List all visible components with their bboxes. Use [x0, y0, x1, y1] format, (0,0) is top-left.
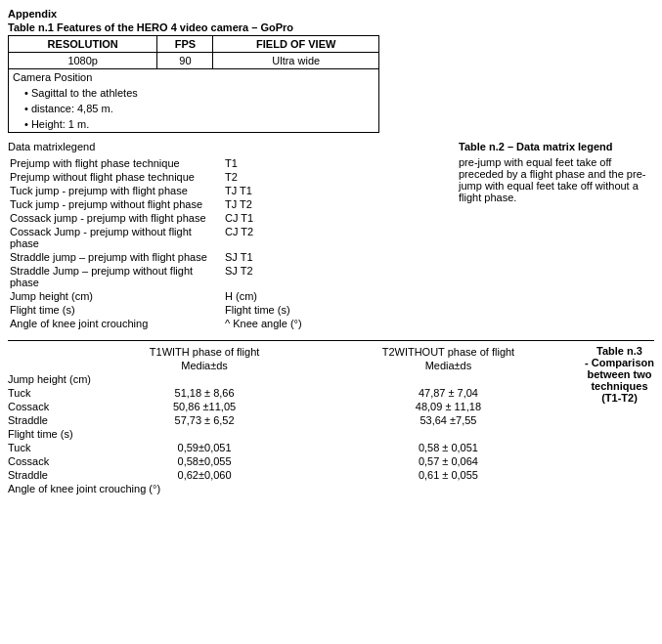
data-matrix-row: Tuck jump - prejump with flight phaseTJ …: [8, 184, 449, 197]
row-t1: 0,59±0,051: [93, 441, 316, 454]
flight-row: Cossack0,58±0,0550,57 ± 0,064: [8, 454, 581, 468]
jump-height-label: Jump height (cm): [8, 372, 581, 386]
table-n3-subtitle: - Comparison between two techniques (T1-…: [585, 357, 654, 404]
dm-code: SJ T1: [223, 250, 449, 264]
jump-row: Tuck51,18 ± 8,6647,87 ± 7,04: [8, 386, 581, 400]
table-n1-caption: Table n.1 Features of the HERO 4 video c…: [8, 21, 379, 35]
data-matrix-row: Straddle jump – prejump with flight phas…: [8, 250, 449, 264]
dm-code: TJ T2: [223, 197, 449, 211]
row-label: Cossack: [8, 400, 93, 413]
row-t1: 0,58±0,055: [93, 454, 316, 468]
row-t2: 0,57 ± 0,064: [316, 454, 581, 468]
row-t1: 57,73 ± 6,52: [93, 413, 316, 427]
fps-value: 90: [157, 53, 213, 69]
table-n2-text: pre-jump with equal feet take off preced…: [459, 156, 654, 203]
dm-label: Prejump without flight phase technique: [8, 170, 223, 184]
dm-label: Straddle Jump – prejump without flight p…: [8, 264, 223, 289]
row-t1: 51,18 ± 8,66: [93, 386, 316, 400]
comparison-data-table: T1WITH phase of flight T2WITHOUT phase o…: [8, 345, 581, 495]
dm-code: CJ T2: [223, 225, 449, 250]
data-matrix-row: Tuck jump - prejump without flight phase…: [8, 197, 449, 211]
row-t1: 0,62±0,060: [93, 468, 316, 482]
row-t1: 50,86 ±11,05: [93, 400, 316, 413]
data-matrix-table: Prejump with flight phase techniqueT1Pre…: [8, 156, 449, 330]
data-matrix-row: Prejump with flight phase techniqueT1: [8, 156, 449, 170]
row-t2: 0,58 ± 0,051: [316, 441, 581, 454]
appendix-title: Appendix: [8, 8, 654, 20]
comparison-table: T1WITH phase of flight T2WITHOUT phase o…: [8, 345, 581, 495]
dm-label: Straddle jump – prejump with flight phas…: [8, 250, 223, 264]
col-fps: FPS: [157, 36, 213, 53]
data-matrix-row: Cossack jump - prejump with flight phase…: [8, 211, 449, 225]
col-resolution: RESOLUTION: [9, 36, 157, 53]
data-matrix-row: Jump height (cm)H (cm): [8, 289, 449, 303]
flight-row: Straddle0,62±0,0600,61 ± 0,055: [8, 468, 581, 482]
dm-label: Prejump with flight phase technique: [8, 156, 223, 170]
dm-label: Cossack Jump - prejump without flight ph…: [8, 225, 223, 250]
data-matrix-title: Data matrixlegend: [8, 141, 449, 152]
empty-media: [8, 359, 93, 372]
dm-code: TJ T1: [223, 184, 449, 197]
data-matrix-row: Straddle Jump – prejump without flight p…: [8, 264, 449, 289]
dm-code: T1: [223, 156, 449, 170]
data-matrix-legend: Data matrixlegend Prejump with flight ph…: [8, 141, 449, 330]
dm-code: Flight time (s): [223, 303, 449, 317]
media-t2: Media±ds: [316, 359, 581, 372]
row-label: Cossack: [8, 454, 93, 468]
dm-label: Tuck jump - prejump without flight phase: [8, 197, 223, 211]
data-matrix-row: Prejump without flight phase techniqueT2: [8, 170, 449, 184]
row-label: Tuck: [8, 441, 93, 454]
row-t2: 0,61 ± 0,055: [316, 468, 581, 482]
table-n2-title: Table n.2 – Data matrix legend: [459, 141, 654, 152]
table-n3-title: Table n.3: [585, 345, 654, 357]
empty-header: [8, 345, 93, 359]
data-matrix-row: Angle of knee joint crouching^ Knee angl…: [8, 317, 449, 330]
bullet-3: • Height: 1 m.: [9, 116, 379, 133]
angle-label: Angle of knee joint crouching (°): [8, 482, 581, 495]
col-fov: FIELD OF VIEW: [213, 36, 379, 53]
section-divider: [8, 340, 654, 341]
t2-header: T2WITHOUT phase of flight: [316, 345, 581, 359]
table-n2: Table n.2 – Data matrix legend pre-jump …: [459, 141, 654, 330]
data-matrix-row: Flight time (s)Flight time (s): [8, 303, 449, 317]
table-n1: Table n.1 Features of the HERO 4 video c…: [8, 21, 379, 133]
flight-row: Tuck0,59±0,0510,58 ± 0,051: [8, 441, 581, 454]
jump-row: Straddle57,73 ± 6,5253,64 ±7,55: [8, 413, 581, 427]
dm-code: H (cm): [223, 289, 449, 303]
row-t2: 53,64 ±7,55: [316, 413, 581, 427]
table-n3-section: T1WITH phase of flight T2WITHOUT phase o…: [8, 345, 654, 495]
jump-row: Cossack50,86 ±11,0548,09 ± 11,18: [8, 400, 581, 413]
dm-label: Flight time (s): [8, 303, 223, 317]
table-n3-box: Table n.3 - Comparison between two techn…: [581, 345, 654, 495]
media-t1: Media±ds: [93, 359, 316, 372]
camera-position: Camera Position: [9, 69, 379, 86]
dm-label: Cossack jump - prejump with flight phase: [8, 211, 223, 225]
fov-value: Ultra wide: [213, 53, 379, 69]
row-label: Straddle: [8, 413, 93, 427]
dm-code: T2: [223, 170, 449, 184]
bullet-1: • Sagittal to the athletes: [9, 85, 379, 101]
row-label: Tuck: [8, 386, 93, 400]
data-matrix-row: Cossack Jump - prejump without flight ph…: [8, 225, 449, 250]
row-t2: 48,09 ± 11,18: [316, 400, 581, 413]
row-label: Straddle: [8, 468, 93, 482]
dm-code: ^ Knee angle (°): [223, 317, 449, 330]
dm-label: Angle of knee joint crouching: [8, 317, 223, 330]
bullet-2: • distance: 4,85 m.: [9, 101, 379, 116]
t1-header: T1WITH phase of flight: [93, 345, 316, 359]
dm-label: Jump height (cm): [8, 289, 223, 303]
dm-code: SJ T2: [223, 264, 449, 289]
row-t2: 47,87 ± 7,04: [316, 386, 581, 400]
resolution-value: 1080p: [9, 53, 157, 69]
dm-code: CJ T1: [223, 211, 449, 225]
two-col-section: Data matrixlegend Prejump with flight ph…: [8, 141, 654, 330]
dm-label: Tuck jump - prejump with flight phase: [8, 184, 223, 197]
flight-time-label: Flight time (s): [8, 427, 581, 441]
